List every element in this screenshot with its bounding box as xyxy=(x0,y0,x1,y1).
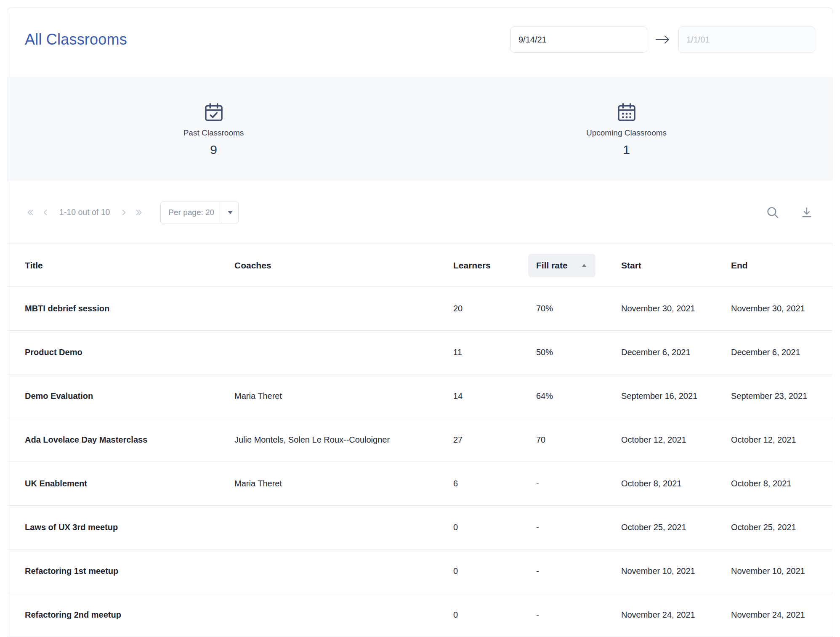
cell-learners: 27 xyxy=(453,435,528,445)
classrooms-card: All Classrooms xyxy=(7,8,833,637)
cell-start: November 24, 2021 xyxy=(621,610,731,620)
cell-title: Refactoring 1st meetup xyxy=(25,566,234,576)
column-header-fill-rate[interactable]: Fill rate xyxy=(528,254,621,277)
table-body: MBTI debrief session 20 70% November 30,… xyxy=(7,287,833,637)
cell-learners: 11 xyxy=(453,348,528,357)
cell-learners: 0 xyxy=(453,566,528,576)
search-icon[interactable] xyxy=(766,205,780,220)
download-icon[interactable] xyxy=(800,206,813,219)
cell-start: December 6, 2021 xyxy=(621,348,731,357)
cell-fill-rate: 70% xyxy=(528,304,621,313)
cell-end: November 30, 2021 xyxy=(731,304,815,313)
cell-fill-rate: 70 xyxy=(528,435,621,445)
cell-start: October 8, 2021 xyxy=(621,479,731,488)
fill-rate-label: Fill rate xyxy=(536,260,568,271)
past-classrooms-stat: Past Classrooms 9 xyxy=(7,101,420,157)
cell-start: November 30, 2021 xyxy=(621,304,731,313)
pagination: 1-10 out of 10 xyxy=(25,207,144,218)
upcoming-classrooms-count: 1 xyxy=(623,143,630,157)
date-range-picker xyxy=(510,27,815,53)
table-row[interactable]: Demo Evaluation Maria Theret 14 64% Sept… xyxy=(7,374,833,418)
cell-fill-rate: - xyxy=(528,610,621,620)
table-row[interactable]: UK Enablement Maria Theret 6 - October 8… xyxy=(7,462,833,506)
pagination-range-text: 1-10 out of 10 xyxy=(59,207,110,217)
table-row[interactable]: Ada Lovelace Day Masterclass Julie Monte… xyxy=(7,418,833,462)
chevron-down-icon xyxy=(222,202,238,223)
past-classrooms-label: Past Classrooms xyxy=(183,128,244,138)
cell-title: MBTI debrief session xyxy=(25,304,234,313)
cell-end: November 24, 2021 xyxy=(731,610,815,620)
toolbar-actions xyxy=(766,205,813,220)
end-date-input[interactable] xyxy=(678,27,815,53)
cell-start: September 16, 2021 xyxy=(621,391,731,401)
cell-title: Demo Evaluation xyxy=(25,391,234,401)
cell-end: December 6, 2021 xyxy=(731,348,815,357)
column-header-title[interactable]: Title xyxy=(25,260,234,271)
column-header-start[interactable]: Start xyxy=(621,260,731,271)
cell-title: Product Demo xyxy=(25,348,234,357)
column-header-end[interactable]: End xyxy=(731,260,815,271)
cell-learners: 0 xyxy=(453,610,528,620)
card-header: All Classrooms xyxy=(7,8,833,77)
table-row[interactable]: MBTI debrief session 20 70% November 30,… xyxy=(7,287,833,331)
cell-learners: 0 xyxy=(453,523,528,532)
table-row[interactable]: Laws of UX 3rd meetup 0 - October 25, 20… xyxy=(7,506,833,549)
cell-learners: 14 xyxy=(453,391,528,401)
start-date-input[interactable] xyxy=(510,27,647,53)
cell-title: UK Enablement xyxy=(25,479,234,488)
cell-title: Refactoring 2nd meetup xyxy=(25,610,234,620)
cell-end: October 12, 2021 xyxy=(731,435,815,445)
first-page-icon[interactable] xyxy=(25,207,36,218)
calendar-grid-icon xyxy=(616,101,638,123)
stats-band: Past Classrooms 9 Upcoming Classroom xyxy=(7,77,833,181)
table-row[interactable]: Refactoring 1st meetup 0 - November 10, … xyxy=(7,549,833,593)
cell-fill-rate: - xyxy=(528,479,621,488)
page-title: All Classrooms xyxy=(25,31,127,48)
cell-fill-rate: 64% xyxy=(528,391,621,401)
per-page-select[interactable]: Per page: 20 xyxy=(160,202,239,223)
cell-coaches: Julie Montels, Solen Le Roux--Couloigner xyxy=(234,435,453,445)
upcoming-classrooms-stat: Upcoming Classrooms 1 xyxy=(420,101,833,157)
cell-end: October 25, 2021 xyxy=(731,523,815,532)
cell-start: October 12, 2021 xyxy=(621,435,731,445)
cell-fill-rate: - xyxy=(528,566,621,576)
cell-start: October 25, 2021 xyxy=(621,523,731,532)
cell-learners: 20 xyxy=(453,304,528,313)
column-header-learners[interactable]: Learners xyxy=(453,260,528,271)
cell-title: Laws of UX 3rd meetup xyxy=(25,523,234,532)
next-page-icon[interactable] xyxy=(118,207,129,218)
cell-end: September 23, 2021 xyxy=(731,391,815,401)
table-row[interactable]: Product Demo 11 50% December 6, 2021 Dec… xyxy=(7,331,833,374)
last-page-icon[interactable] xyxy=(133,207,144,218)
cell-start: November 10, 2021 xyxy=(621,566,731,576)
cell-fill-rate: - xyxy=(528,523,621,532)
table-toolbar: 1-10 out of 10 Per page: 20 xyxy=(7,181,833,244)
calendar-check-icon xyxy=(203,101,225,123)
cell-end: October 8, 2021 xyxy=(731,479,815,488)
cell-title: Ada Lovelace Day Masterclass xyxy=(25,435,234,445)
cell-learners: 6 xyxy=(453,479,528,488)
table-header: Title Coaches Learners Fill rate Start E… xyxy=(7,244,833,287)
cell-fill-rate: 50% xyxy=(528,348,621,357)
per-page-label: Per page: 20 xyxy=(161,208,222,217)
table-row[interactable]: Refactoring 2nd meetup 0 - November 24, … xyxy=(7,593,833,637)
column-header-coaches[interactable]: Coaches xyxy=(234,260,453,271)
prev-page-icon[interactable] xyxy=(40,207,51,218)
arrow-right-icon xyxy=(655,34,671,45)
cell-coaches: Maria Theret xyxy=(234,391,453,401)
upcoming-classrooms-label: Upcoming Classrooms xyxy=(586,128,667,138)
cell-end: November 10, 2021 xyxy=(731,566,815,576)
sort-ascending-icon xyxy=(582,264,586,267)
past-classrooms-count: 9 xyxy=(210,143,217,157)
cell-coaches: Maria Theret xyxy=(234,479,453,488)
